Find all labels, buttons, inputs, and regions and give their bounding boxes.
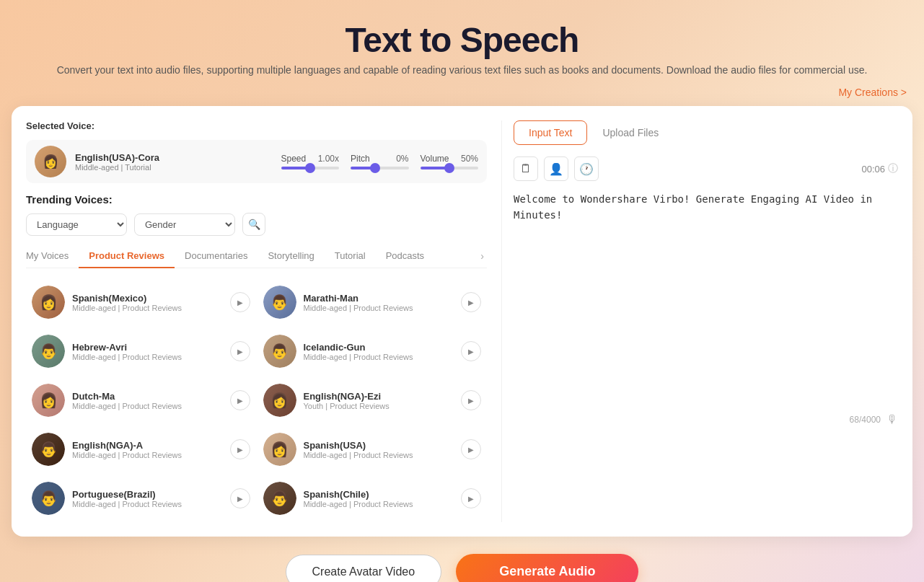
tab-upload-files[interactable]: Upload Files: [587, 120, 674, 145]
voice-card-english-nga-ezi[interactable]: 👩 English(NGA)-Ezi Youth | Product Revie…: [258, 376, 488, 424]
text-icon-btn[interactable]: 🗒: [514, 156, 538, 181]
person-icon-btn[interactable]: 👤: [544, 156, 568, 181]
voice-avatar-english-nga-ezi: 👩: [263, 384, 296, 417]
vc-name-1: Marathi-Man: [304, 293, 454, 304]
left-panel: Selected Voice: 👩 English(USA)-Cora Midd…: [26, 120, 502, 522]
play-btn-3[interactable]: ▶: [461, 341, 481, 361]
text-format-icon: 🗒: [520, 162, 532, 175]
mic-icon[interactable]: 🎙: [886, 413, 898, 426]
trending-label: Trending Voices:: [26, 193, 487, 206]
my-creations-link[interactable]: My Creations >: [838, 87, 907, 98]
voice-card-dutch-ma[interactable]: 👩 Dutch-Ma Middle-aged | Product Reviews…: [26, 376, 256, 424]
voice-avatar-spanish-usa: 👩: [263, 433, 296, 466]
my-creations-container: My Creations >: [0, 83, 924, 106]
selected-voice-label: Selected Voice:: [26, 120, 487, 131]
language-select[interactable]: Language: [26, 213, 127, 236]
person-icon: 👤: [549, 162, 563, 176]
volume-label: Volume: [421, 154, 449, 164]
generate-audio-button[interactable]: Generate Audio: [456, 554, 638, 582]
play-btn-5[interactable]: ▶: [461, 390, 481, 410]
voice-avatar-hebrew-avri: 👨: [32, 335, 65, 368]
speed-slider[interactable]: [281, 167, 340, 169]
voice-avatar-icelandic-gun: 👨: [263, 335, 296, 368]
category-tabs: My Voices Product Reviews Documentaries …: [26, 244, 487, 268]
speed-value: 1.00x: [318, 154, 339, 164]
speed-label: Speed: [281, 154, 307, 164]
gender-select[interactable]: Gender: [134, 213, 235, 236]
volume-slider-group: Volume 50%: [421, 154, 479, 169]
selected-voice-name: English(USA)-Cora: [75, 152, 273, 163]
play-btn-2[interactable]: ▶: [230, 341, 250, 361]
selected-voice-meta: Middle-aged | Tutorial: [75, 163, 273, 172]
info-icon: ⓘ: [888, 162, 898, 175]
tab-product-reviews[interactable]: Product Reviews: [79, 244, 175, 268]
voice-avatar-spanish-mexico: 👩: [32, 286, 65, 319]
vc-name-4: Dutch-Ma: [72, 391, 223, 402]
tab-podcasts[interactable]: Podcasts: [376, 244, 434, 268]
create-avatar-button[interactable]: Create Avatar Video: [286, 555, 442, 583]
tab-tutorial[interactable]: Tutorial: [325, 244, 376, 268]
voice-card-hebrew-avri[interactable]: 👨 Hebrew-Avri Middle-aged | Product Revi…: [26, 327, 256, 375]
tab-input-text[interactable]: Input Text: [514, 120, 587, 145]
vc-name-2: Hebrew-Avri: [72, 342, 223, 353]
voice-card-english-nga-a[interactable]: 👨 English(NGA)-A Middle-aged | Product R…: [26, 426, 256, 473]
play-btn-4[interactable]: ▶: [230, 390, 250, 410]
voice-card-icelandic-gun[interactable]: 👨 Icelandic-Gun Middle-aged | Product Re…: [258, 327, 488, 375]
time-value: 00:06: [861, 164, 885, 175]
pitch-slider[interactable]: [351, 167, 409, 169]
voice-avatar-spanish-chile: 👨: [263, 482, 296, 515]
text-area-container: Welcome to Wondershare Virbo! Generate E…: [514, 188, 898, 522]
vc-meta-1: Middle-aged | Product Reviews: [304, 304, 454, 312]
vc-meta-6: Middle-aged | Product Reviews: [72, 451, 223, 459]
vc-meta-2: Middle-aged | Product Reviews: [72, 353, 223, 361]
selected-voice-info: English(USA)-Cora Middle-aged | Tutorial: [75, 152, 273, 172]
volume-value: 50%: [461, 154, 478, 164]
vc-name-5: English(NGA)-Ezi: [304, 391, 454, 402]
voice-selector[interactable]: 👩 English(USA)-Cora Middle-aged | Tutori…: [26, 140, 487, 183]
voice-avatar-dutch-ma: 👩: [32, 384, 65, 417]
bottom-bar: Create Avatar Video Generate Audio: [0, 537, 924, 582]
vc-meta-7: Middle-aged | Product Reviews: [304, 451, 454, 459]
play-btn-9[interactable]: ▶: [461, 488, 481, 508]
pitch-label: Pitch: [351, 154, 370, 164]
text-input[interactable]: Welcome to Wondershare Virbo! Generate E…: [514, 188, 898, 405]
voice-card-portuguese-brazil[interactable]: 👨 Portuguese(Brazil) Middle-aged | Produ…: [26, 475, 256, 522]
play-btn-0[interactable]: ▶: [230, 292, 250, 312]
pitch-slider-group: Pitch 0%: [351, 154, 409, 169]
vc-meta-5: Youth | Product Reviews: [304, 402, 454, 410]
play-btn-1[interactable]: ▶: [461, 292, 481, 312]
voice-card-spanish-chile[interactable]: 👨 Spanish(Chile) Middle-aged | Product R…: [258, 475, 488, 522]
vc-name-7: Spanish(USA): [304, 440, 454, 451]
volume-slider[interactable]: [421, 167, 479, 169]
tab-my-voices[interactable]: My Voices: [26, 244, 79, 268]
clock-icon-btn[interactable]: 🕐: [574, 156, 599, 181]
filter-row: Language Gender 🔍: [26, 213, 487, 236]
vc-meta-3: Middle-aged | Product Reviews: [304, 353, 454, 361]
voice-avatar-marathi-man: 👨: [263, 286, 296, 319]
vc-name-0: Spanish(Mexico): [72, 293, 223, 304]
voice-card-marathi-man[interactable]: 👨 Marathi-Man Middle-aged | Product Revi…: [258, 278, 488, 326]
tab-storytelling[interactable]: Storytelling: [258, 244, 324, 268]
right-panel: Input Text Upload Files 🗒 👤 🕐 00:06 ⓘ We…: [514, 120, 898, 522]
clock-icon: 🕐: [579, 162, 594, 176]
play-btn-8[interactable]: ▶: [230, 488, 250, 508]
voices-grid: 👩 Spanish(Mexico) Middle-aged | Product …: [26, 278, 487, 522]
pitch-value: 0%: [396, 154, 408, 164]
play-btn-7[interactable]: ▶: [461, 439, 481, 459]
sliders-row: Speed 1.00x Pitch 0% Volume 50%: [281, 154, 479, 169]
char-count-row: 68/4000 🎙: [514, 413, 898, 426]
speed-slider-group: Speed 1.00x: [281, 154, 340, 169]
vc-meta-8: Middle-aged | Product Reviews: [72, 500, 223, 508]
search-button[interactable]: 🔍: [242, 213, 265, 236]
play-btn-6[interactable]: ▶: [230, 439, 250, 459]
vc-name-9: Spanish(Chile): [304, 489, 454, 500]
char-count-value: 68/4000: [850, 415, 881, 425]
voice-avatar-portuguese-brazil: 👨: [32, 482, 65, 515]
vc-name-3: Icelandic-Gun: [304, 342, 454, 353]
voice-card-spanish-usa[interactable]: 👩 Spanish(USA) Middle-aged | Product Rev…: [258, 426, 488, 473]
tab-documentaries[interactable]: Documentaries: [175, 244, 258, 268]
tabs-scroll-right[interactable]: ›: [478, 247, 487, 265]
text-tabs: Input Text Upload Files: [514, 120, 898, 145]
voice-card-spanish-mexico[interactable]: 👩 Spanish(Mexico) Middle-aged | Product …: [26, 278, 256, 326]
voice-avatar-english-nga-a: 👨: [32, 433, 65, 466]
